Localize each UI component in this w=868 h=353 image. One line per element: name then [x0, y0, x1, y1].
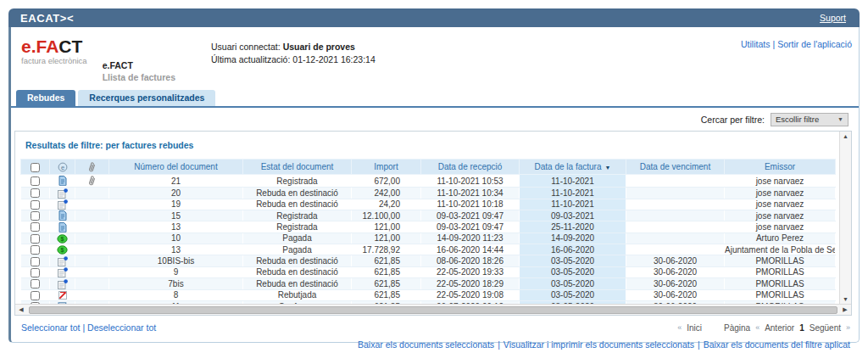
- link-separator: |: [694, 339, 704, 350]
- column-header-num[interactable]: Número del document: [109, 160, 243, 175]
- cell-venciment: 30-06-2020: [626, 255, 725, 266]
- first-page-link[interactable]: Inici: [687, 323, 702, 333]
- deselect-all-link[interactable]: Deseleccionar tot: [87, 322, 156, 333]
- user-info: Usuari connectat: Usuari de proves Últim…: [211, 41, 376, 65]
- cell-factura: 09-03-2021: [520, 210, 626, 221]
- cell-recepcio: 09-03-2021 09:47: [421, 221, 520, 233]
- utilitats-link[interactable]: Utilitats: [741, 39, 770, 49]
- row-checkbox[interactable]: [31, 291, 40, 300]
- cell-emissor: PMORILLAS: [725, 266, 836, 277]
- column-header-fact[interactable]: Data de la factura▼: [520, 160, 626, 175]
- cell-emissor: jose narvaez: [725, 175, 836, 188]
- received-dest-icon[interactable]: [58, 188, 68, 199]
- row-checkbox[interactable]: [31, 234, 40, 244]
- paid-icon[interactable]: $: [57, 244, 68, 255]
- select-all-link[interactable]: Seleccionar tot: [21, 322, 80, 333]
- cell-recepcio: 14-09-2020 11:23: [421, 233, 520, 244]
- row-checkbox[interactable]: [31, 257, 40, 266]
- row-checkbox[interactable]: [31, 245, 40, 255]
- scrollbar-thumb[interactable]: [29, 306, 837, 314]
- prev-page-link[interactable]: Anterior: [765, 323, 794, 333]
- cell-import: 17.728,92: [352, 244, 421, 255]
- row-checkbox[interactable]: [31, 211, 40, 221]
- results-title: Resultats de filtre: per factures rebude…: [25, 140, 839, 150]
- tab-rebudes[interactable]: Rebudes: [16, 90, 75, 106]
- received-dest-icon[interactable]: [58, 199, 68, 210]
- cell-recepcio: 11-10-2021 10:53: [421, 175, 520, 188]
- cell-num: 13: [109, 244, 243, 255]
- next-page-link[interactable]: Següent: [810, 323, 841, 333]
- page-label: Pàgina: [724, 323, 750, 333]
- row-checkbox[interactable]: [31, 268, 40, 277]
- cell-emissor: jose narvaez: [725, 221, 836, 233]
- next-page-icon[interactable]: »: [846, 323, 850, 332]
- cell-venciment: [626, 210, 725, 221]
- registered-doc-icon[interactable]: [58, 210, 67, 221]
- cell-estat: Rebuda en destinació: [243, 266, 352, 277]
- cell-num: 21: [109, 175, 243, 188]
- cell-estat: Registrada: [243, 210, 352, 221]
- received-dest-icon[interactable]: [58, 267, 68, 277]
- row-checkbox[interactable]: [31, 188, 40, 198]
- cell-venciment: [626, 199, 725, 210]
- row-checkbox[interactable]: [31, 200, 40, 210]
- tab-bar: Rebudes Recerques personalitzades: [16, 90, 852, 106]
- table-row: 10BIS-bisRebuda en destinació621,8508-06…: [21, 255, 836, 266]
- download-filtered-link[interactable]: Baixar els documents del filtre aplicat: [704, 339, 850, 350]
- scroll-up-icon[interactable]: ▲: [843, 133, 849, 139]
- column-header-emissor[interactable]: Emissor: [725, 160, 836, 175]
- chevron-down-icon: ▼: [837, 116, 843, 122]
- download-selected-link[interactable]: Baixar els documents seleccionats: [358, 339, 494, 350]
- column-header-recep[interactable]: Data de recepció: [421, 160, 520, 175]
- received-dest-icon[interactable]: [58, 279, 68, 289]
- registered-doc-icon[interactable]: [58, 176, 67, 186]
- select-all-checkbox[interactable]: [31, 163, 40, 172]
- logout-link[interactable]: Sortir de l'aplicació: [777, 39, 852, 49]
- vertical-scrollbar[interactable]: ▲ ▼: [839, 132, 851, 304]
- filter-select[interactable]: Escollir filtre ▼: [771, 113, 849, 126]
- user-label: Usuari connectat:: [211, 42, 281, 52]
- tab-recerques-personalitzades[interactable]: Recerques personalitzades: [78, 90, 215, 106]
- table-header-row: e Número del documentEstat del documentI…: [21, 160, 836, 175]
- scroll-left-icon[interactable]: ◀: [17, 306, 25, 313]
- row-checkbox[interactable]: [31, 279, 40, 289]
- efact-logo-subtitle: factura electrònica: [21, 56, 87, 65]
- sort-descending-icon: ▼: [605, 165, 611, 171]
- support-link[interactable]: Suport: [820, 13, 846, 23]
- cell-factura: 25-11-2020: [520, 221, 626, 233]
- row-checkbox[interactable]: [31, 222, 40, 232]
- scroll-right-icon[interactable]: ▶: [841, 306, 849, 313]
- app-meta: e.FACT Llista de factures: [103, 60, 175, 83]
- results-box: Resultats de filtre: per factures rebude…: [14, 131, 852, 316]
- cell-num: 7bis: [109, 278, 243, 289]
- paid-icon[interactable]: $: [57, 233, 68, 244]
- first-page-icon[interactable]: «: [677, 323, 682, 332]
- received-dest-icon[interactable]: [58, 256, 68, 266]
- registered-doc-icon[interactable]: [58, 222, 67, 233]
- view-print-selected-link[interactable]: Visualitzar i imprimir els documents sel…: [504, 339, 694, 350]
- cell-venciment: 30-06-2020: [626, 289, 725, 300]
- cell-recepcio: 11-10-2021 10:34: [421, 188, 520, 199]
- cell-estat: Rebuda en destinació: [243, 199, 352, 210]
- cell-venciment: 30-06-2020: [626, 266, 725, 277]
- cell-estat: Registrada: [243, 221, 352, 233]
- cell-estat: Registrada: [243, 175, 352, 188]
- table-row: 21Registrada672,0011-10-2021 10:5311-10-…: [21, 175, 836, 188]
- cell-emissor: PMORILLAS: [725, 289, 836, 300]
- efact-logo-dark: CT: [58, 36, 82, 56]
- document-type-icon: e: [58, 162, 68, 172]
- row-checkbox[interactable]: [31, 176, 40, 186]
- horizontal-scrollbar[interactable]: ◀ ▶: [15, 304, 851, 315]
- cell-num: 8: [109, 289, 243, 300]
- column-header-venc[interactable]: Data de venciment: [626, 160, 725, 175]
- cell-import: 672,00: [352, 175, 421, 188]
- column-header-import[interactable]: Import: [352, 160, 421, 175]
- scroll-down-icon[interactable]: ▼: [843, 296, 849, 302]
- table-row: 20Rebuda en destinació242,0011-10-2021 1…: [21, 188, 836, 199]
- cell-venciment: [626, 175, 725, 188]
- prev-page-icon[interactable]: «: [755, 323, 760, 332]
- cell-num: 19: [109, 199, 243, 210]
- rejected-icon[interactable]: [58, 290, 68, 300]
- page-title: Llista de factures: [103, 72, 175, 84]
- column-header-estat[interactable]: Estat del document: [243, 160, 352, 175]
